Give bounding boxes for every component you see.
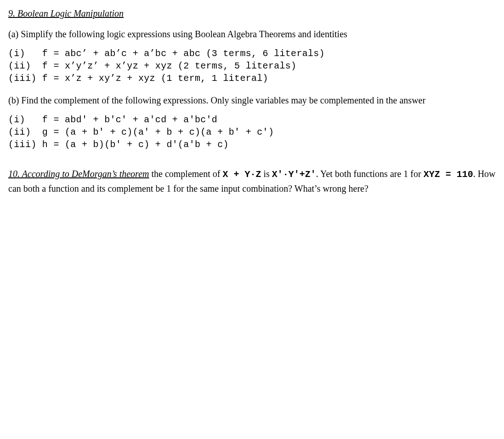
q9-part-b-prompt: (b) Find the complement of the following…: [8, 94, 496, 107]
q9-part-a-items: (i) f = abc’ + ab’c + a’bc + abc (3 term…: [8, 47, 496, 85]
q10-seg3: . Yet both functions are 1 for: [316, 169, 424, 179]
q10-title: 10. According to DeMorgan’s theorem: [8, 169, 149, 179]
q10-expr3: XYZ = 110: [424, 169, 473, 180]
question-9-title: 9. Boolean Logic Manipulation: [8, 7, 496, 20]
q9-part-b-items: (i) f = abd' + b'c' + a'cd + a'bc'd (ii)…: [8, 114, 496, 151]
q9-part-a-prompt: (a) Simplify the following logic express…: [8, 28, 496, 41]
q10-seg1: the complement of: [149, 169, 222, 179]
q10-seg2: is: [261, 169, 272, 179]
q10-expr1: X + Y·Z: [222, 169, 261, 180]
q10-expr2: X'·Y'+Z': [272, 169, 316, 180]
question-10: 10. According to DeMorgan’s theorem the …: [8, 167, 496, 195]
